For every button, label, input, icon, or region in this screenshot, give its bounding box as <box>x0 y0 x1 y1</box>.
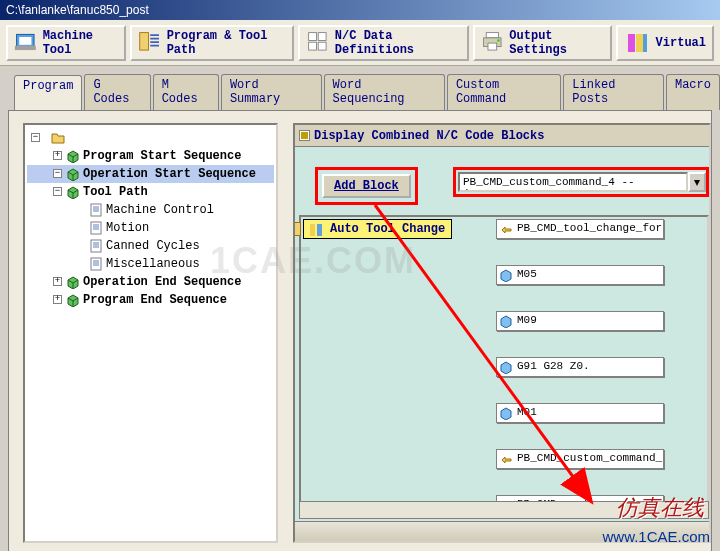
tree-item-label: Miscellaneous <box>106 257 200 271</box>
add-block-button[interactable]: Add Block <box>322 174 411 198</box>
svg-rect-7 <box>318 42 326 50</box>
tree-item-0[interactable]: +Program Start Sequence <box>27 147 274 165</box>
collapse-icon[interactable]: − <box>31 133 40 142</box>
block-label: G91 G28 Z0. <box>517 360 590 372</box>
block-combo-highlight: PB_CMD_custom_command_4 -- (Custom Com ▾ <box>453 167 709 197</box>
svg-rect-16 <box>91 222 101 234</box>
tree-item-5[interactable]: Canned Cycles <box>27 237 274 255</box>
svg-rect-6 <box>309 42 317 50</box>
expand-icon[interactable]: + <box>53 295 62 304</box>
combo-dropdown-icon[interactable]: ▾ <box>688 172 706 192</box>
tree-item-6[interactable]: Miscellaneous <box>27 255 274 273</box>
tb-nc-defs[interactable]: N/C Data Definitions <box>298 25 469 61</box>
block-combo[interactable]: PB_CMD_custom_command_4 -- (Custom Com <box>458 172 688 192</box>
collapse-icon[interactable]: − <box>53 187 62 196</box>
tab-custom-command[interactable]: Custom Command <box>447 74 561 110</box>
window-title: C:\fanlanke\fanuc850_post <box>6 3 149 17</box>
tab-gcodes[interactable]: G Codes <box>84 74 150 110</box>
tree-item-label: Canned Cycles <box>106 239 200 253</box>
tool-change-icon <box>308 222 324 238</box>
tb-label: Program & Tool Path <box>167 29 286 57</box>
tree-item-8[interactable]: +Program End Sequence <box>27 291 274 309</box>
nc-block-5[interactable]: PB_CMD_custom_command_1 <box>496 449 664 469</box>
tb-output-settings[interactable]: Output Settings <box>473 25 612 61</box>
block-icon <box>499 314 513 328</box>
sequence-area: Auto Tool Change PB_CMD_tool_change_for.… <box>299 215 709 519</box>
tree-item-7[interactable]: +Operation End Sequence <box>27 273 274 291</box>
block-label: M05 <box>517 268 537 280</box>
program-path-icon <box>138 30 161 56</box>
tree-item-label: Machine Control <box>106 203 214 217</box>
svg-rect-12 <box>628 34 635 52</box>
tabs-row: Program G Codes M Codes Word Summary Wor… <box>0 74 720 110</box>
tb-virtual[interactable]: Virtual <box>616 25 714 61</box>
svg-rect-10 <box>488 43 497 50</box>
block-label: PB_CMD_tool_change_for... <box>517 222 664 234</box>
virtual-icon <box>624 30 650 56</box>
nc-block-1[interactable]: M05 <box>496 265 664 285</box>
main-toolbar: Machine Tool Program & Tool Path N/C Dat… <box>0 20 720 66</box>
tb-program-toolpath[interactable]: Program & Tool Path <box>130 25 294 61</box>
svg-rect-4 <box>309 32 317 40</box>
cube-icon <box>66 293 80 307</box>
expand-marker-icon[interactable] <box>293 222 301 236</box>
display-header-label: Display Combined N/C Code Blocks <box>314 129 544 143</box>
tree-item-3[interactable]: Machine Control <box>27 201 274 219</box>
nc-block-4[interactable]: M01 <box>496 403 664 423</box>
tree-item-label: Program End Sequence <box>83 293 227 307</box>
svg-rect-3 <box>140 32 149 49</box>
tree-item-1[interactable]: −Operation Start Sequence <box>27 165 274 183</box>
svg-rect-20 <box>317 224 322 236</box>
block-icon <box>499 268 513 282</box>
display-header: Display Combined N/C Code Blocks <box>295 125 709 147</box>
expand-icon[interactable]: + <box>53 151 62 160</box>
add-block-highlight: Add Block <box>315 167 418 205</box>
nc-block-3[interactable]: G91 G28 Z0. <box>496 357 664 377</box>
svg-rect-5 <box>318 32 326 40</box>
svg-rect-15 <box>91 204 101 216</box>
expand-icon[interactable]: + <box>53 277 62 286</box>
tree-item-label: Operation End Sequence <box>83 275 241 289</box>
display-checkbox[interactable] <box>299 130 310 141</box>
tab-word-sequencing[interactable]: Word Sequencing <box>324 74 445 110</box>
tab-linked-posts[interactable]: Linked Posts <box>563 74 664 110</box>
tab-panel: − +Program Start Sequence−Operation Star… <box>8 110 712 551</box>
collapse-icon[interactable]: − <box>53 169 62 178</box>
block-label: M01 <box>517 406 537 418</box>
svg-rect-18 <box>91 258 101 270</box>
scrollbar-vertical[interactable] <box>695 231 703 503</box>
tree-item-label: Operation Start Sequence <box>83 167 256 181</box>
right-pane: Display Combined N/C Code Blocks Add Blo… <box>293 123 711 543</box>
sequence-marker[interactable]: Auto Tool Change <box>303 219 452 239</box>
svg-rect-14 <box>643 34 647 52</box>
tree-item-label: Tool Path <box>83 185 148 199</box>
tree-root[interactable]: − <box>27 129 274 147</box>
tb-machine-tool[interactable]: Machine Tool <box>6 25 126 61</box>
block-icon <box>499 360 513 374</box>
tree-item-4[interactable]: Motion <box>27 219 274 237</box>
tree-pane: − +Program Start Sequence−Operation Star… <box>23 123 278 543</box>
tb-label: Output Settings <box>509 29 603 57</box>
folder-icon <box>51 131 65 145</box>
tree-item-label: Program Start Sequence <box>83 149 241 163</box>
tree-item-2[interactable]: −Tool Path <box>27 183 274 201</box>
svg-rect-19 <box>310 224 315 236</box>
svg-rect-8 <box>486 32 498 37</box>
tab-program[interactable]: Program <box>14 75 82 111</box>
cube-icon <box>66 275 80 289</box>
nc-defs-icon <box>306 30 329 56</box>
watermark-cn: 仿真在线 <box>616 493 704 523</box>
nc-block-0[interactable]: PB_CMD_tool_change_for... <box>496 219 664 239</box>
document-icon <box>89 221 103 235</box>
nc-block-2[interactable]: M09 <box>496 311 664 331</box>
tb-label: N/C Data Definitions <box>335 29 461 57</box>
tab-word-summary[interactable]: Word Summary <box>221 74 322 110</box>
command-icon <box>499 222 513 236</box>
block-label: PB_CMD_custom_command_1 <box>517 452 664 464</box>
tab-macro[interactable]: Macro <box>666 74 720 110</box>
command-icon <box>499 452 513 466</box>
cube-icon <box>66 149 80 163</box>
tb-label: Machine Tool <box>43 29 118 57</box>
tab-mcodes[interactable]: M Codes <box>153 74 219 110</box>
cube-icon <box>66 185 80 199</box>
